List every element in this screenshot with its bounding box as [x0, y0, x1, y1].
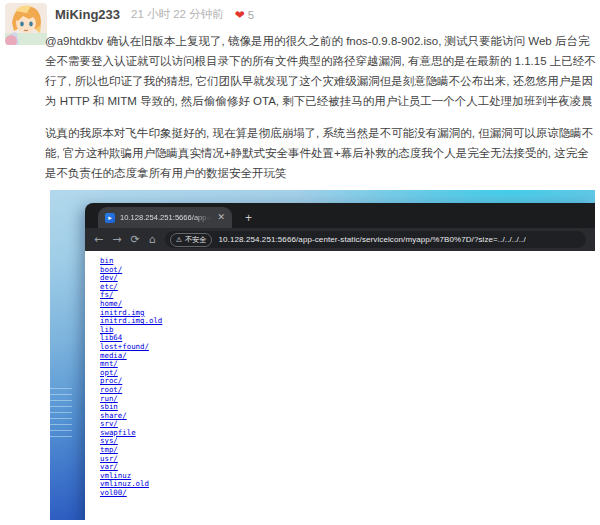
embedded-screenshot[interactable]: ▸ 10.128.254.251:5666/app-ce ✕ + ← → ⟳ ⌂… [50, 190, 595, 520]
browser-content: binboot/dev/etc/fs/home/initrd.imginitrd… [85, 251, 595, 520]
warning-icon: ⚠ [176, 236, 182, 243]
reload-icon[interactable]: ⟳ [130, 234, 139, 245]
username[interactable]: MiKing233 [55, 7, 120, 22]
browser-tab[interactable]: ▸ 10.128.254.251:5666/app-ce ✕ [98, 207, 232, 228]
forward-icon[interactable]: → [112, 234, 121, 245]
likes[interactable]: ❤ 5 [235, 9, 254, 21]
tab-close-icon[interactable]: ✕ [217, 213, 225, 222]
avatar-illustration [5, 3, 47, 45]
post-body: @a9htdkbv 确认在旧版本上复现了, 镜像是用的很久之前的 fnos-0.… [45, 31, 596, 183]
timestamp: 21 小时 22 分钟前 [131, 7, 224, 22]
heart-icon[interactable]: ❤ [235, 9, 245, 21]
post-paragraph-1: @a9htdkbv 确认在旧版本上复现了, 镜像是用的很久之前的 fnos-0.… [45, 31, 596, 111]
new-tab-icon[interactable]: + [245, 212, 252, 224]
listing-link[interactable]: vol00/ [100, 489, 127, 498]
browser-titlebar: ▸ 10.128.254.251:5666/app-ce ✕ + [85, 203, 595, 228]
browser-toolbar: ← → ⟳ ⌂ ⚠ 不安全 10.128.254.251:5666/app-ce… [85, 228, 595, 251]
home-icon[interactable]: ⌂ [149, 234, 156, 245]
back-icon[interactable]: ← [94, 234, 103, 245]
wallpaper-texture [50, 388, 72, 440]
post-paragraph-2: 说真的我原本对飞牛印象挺好的, 现在算是彻底崩塌了, 系统当然是不可能没有漏洞的… [45, 123, 596, 183]
browser-window: ▸ 10.128.254.251:5666/app-ce ✕ + ← → ⟳ ⌂… [85, 203, 595, 520]
post-header: MiKing233 21 小时 22 分钟前 ❤ 5 [55, 7, 254, 22]
security-label: 不安全 [185, 235, 207, 245]
address-bar[interactable]: ⚠ 不安全 10.128.254.251:5666/app-center-sta… [165, 231, 586, 248]
like-count: 5 [248, 9, 254, 21]
directory-listing: binboot/dev/etc/fs/home/initrd.imginitrd… [100, 257, 595, 498]
site-favicon-icon: ▸ [105, 213, 115, 223]
avatar[interactable] [5, 3, 47, 45]
url-text: 10.128.254.251:5666/app-center-static/se… [218, 235, 525, 244]
tab-title: 10.128.254.251:5666/app-ce [120, 213, 212, 222]
security-badge[interactable]: ⚠ 不安全 [170, 233, 213, 247]
